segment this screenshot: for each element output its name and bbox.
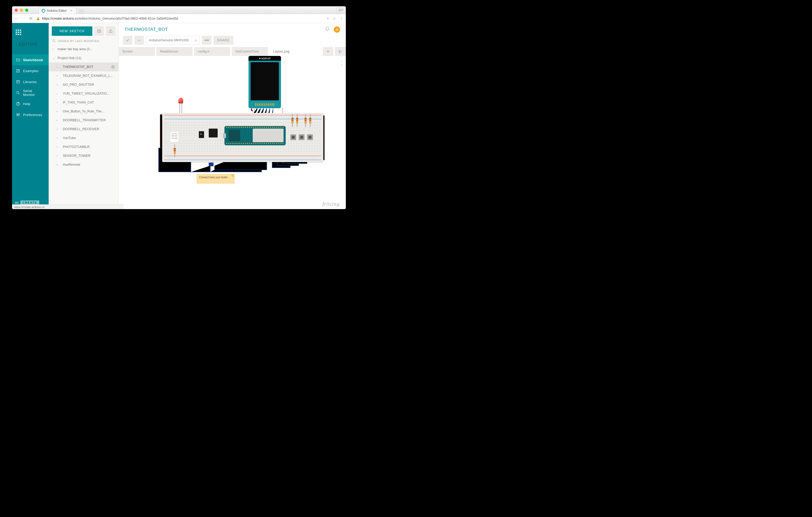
file-icon: ▪ bbox=[57, 83, 60, 87]
svg-point-16 bbox=[53, 40, 55, 42]
tab-title: Arduino Editor bbox=[47, 9, 67, 12]
nav-sketchbook[interactable]: Sketchbook bbox=[12, 54, 49, 65]
board-selector[interactable]: Arduino/Genuino MKR1000 ▾ bbox=[146, 36, 200, 45]
nav-libraries[interactable]: Libraries bbox=[12, 76, 49, 87]
maximize-window-icon[interactable] bbox=[25, 9, 28, 12]
browser-tab[interactable]: Arduino Editor × bbox=[39, 7, 77, 14]
svg-point-19 bbox=[339, 51, 340, 51]
tab-layout[interactable]: Layout.png bbox=[269, 47, 306, 56]
help-icon bbox=[16, 102, 21, 106]
sketch-go-pro-shutter[interactable]: ▪GO_PRO_SHUTTER bbox=[49, 80, 118, 89]
search-icon bbox=[52, 39, 56, 42]
browser-window: Arduino Editor × ← → ⟳ 🔒 https://create.… bbox=[12, 6, 346, 209]
sketch-hueremote[interactable]: ▪ HueRemote bbox=[49, 160, 118, 169]
file-icon: ▪ bbox=[57, 154, 60, 158]
sketch-telegram-bot[interactable]: ▪TELEGRAM_BOT_EXAMPLE_L… bbox=[49, 71, 118, 80]
svg-point-6 bbox=[17, 91, 19, 94]
display-screen bbox=[251, 62, 279, 100]
tab-config[interactable]: config.h bbox=[194, 47, 230, 56]
fritzing-watermark: fritzing bbox=[322, 201, 340, 207]
browser-status-bar: https://create.arduino.cc bbox=[12, 204, 123, 209]
reload-icon[interactable]: ⟳ bbox=[29, 17, 32, 21]
editor-title: ›EDITOR bbox=[16, 42, 45, 47]
adafruit-display: ★adafruit! bbox=[249, 56, 281, 108]
order-by-row[interactable]: ORDER BY LAST MODIFIED bbox=[49, 39, 118, 45]
sketch-one-button[interactable]: ▪One_Button_To_Rule_The… bbox=[49, 107, 118, 116]
svg-point-14 bbox=[18, 115, 19, 116]
export-button[interactable] bbox=[106, 26, 115, 36]
sketch-doorbell-tx[interactable]: ▪DOORBELL_TRANSMITTER bbox=[49, 116, 118, 125]
list-icon bbox=[339, 50, 342, 53]
nav-preferences[interactable]: Preferences bbox=[12, 109, 49, 120]
browser-tabstrip: Arduino Editor × bbox=[39, 6, 84, 14]
nav-help[interactable]: Help bbox=[12, 98, 49, 109]
window-controls[interactable] bbox=[14, 9, 28, 12]
tab-list-button[interactable] bbox=[335, 47, 346, 56]
tab-screen[interactable]: Screen bbox=[119, 47, 155, 56]
new-sketch-button[interactable]: NEW SKETCH bbox=[52, 26, 92, 36]
more-actions-button[interactable]: ••• bbox=[202, 36, 211, 45]
dht-sensor bbox=[170, 131, 179, 142]
close-window-icon[interactable] bbox=[14, 9, 18, 12]
app-nav: ›EDITOR Sketchbook Examples Libraries S bbox=[12, 23, 49, 209]
folder-maker-fair[interactable]: › maker fair bay area (3… bbox=[49, 45, 118, 54]
file-icon: ▪ bbox=[57, 74, 60, 78]
minimize-window-icon[interactable] bbox=[20, 9, 23, 12]
svg-point-15 bbox=[19, 114, 20, 114]
tab-getcurrenttime[interactable]: GetCurrentTime bbox=[232, 47, 268, 56]
arduino-editor-app: ›EDITOR Sketchbook Examples Libraries S bbox=[12, 23, 346, 209]
layout-canvas[interactable]: ⤢⤡ bbox=[119, 56, 346, 209]
forward-icon[interactable]: → bbox=[22, 17, 26, 21]
display-header: ★adafruit! bbox=[249, 56, 281, 61]
verify-button[interactable]: ✓ bbox=[123, 36, 133, 45]
sketch-yun-tweet[interactable]: ▪YUN_TWEET_VISUALIZATIO… bbox=[49, 89, 118, 98]
back-icon[interactable]: ← bbox=[14, 17, 18, 21]
push-button-1 bbox=[290, 134, 296, 140]
file-icon: ▪ bbox=[57, 118, 60, 122]
list-icon bbox=[16, 69, 21, 73]
upload-button[interactable]: → bbox=[135, 36, 144, 45]
share-button[interactable]: SHARE bbox=[213, 36, 233, 45]
svg-point-21 bbox=[339, 52, 340, 53]
sketch-photo2tumblr[interactable]: ▪PHOTO2TUMBLR bbox=[49, 143, 118, 151]
tab-readsensor[interactable]: ReadSensor bbox=[156, 47, 193, 56]
editor-main: THERMOSTAT_BOT ✓ → Arduino/Genuino MKR10… bbox=[119, 23, 346, 209]
push-button-2 bbox=[299, 134, 304, 140]
address-bar[interactable]: 🔒 https://create.arduino.cc/editor/Ardui… bbox=[36, 17, 323, 20]
notifications-icon[interactable] bbox=[325, 26, 330, 33]
file-icon: ▪ bbox=[57, 127, 60, 131]
item-menu-icon[interactable]: ⋯ bbox=[111, 65, 115, 69]
chrome-menu-icon[interactable]: ⋮ bbox=[340, 17, 343, 21]
file-icon: ▪ bbox=[57, 65, 60, 69]
page-action-icon[interactable]: ⌖ bbox=[327, 17, 329, 21]
bookmark-icon[interactable]: ☆ bbox=[332, 17, 336, 21]
sketch-sensor-tower[interactable]: ▪SENSOR_TOWER bbox=[49, 151, 118, 160]
nav-serial-monitor[interactable]: Serial Monitor bbox=[12, 87, 49, 98]
chevron-right-icon: › bbox=[52, 47, 55, 51]
sketch-yuntube[interactable]: ▪YunTube bbox=[49, 133, 118, 143]
fullscreen-icon[interactable]: ⤢⤡ bbox=[340, 59, 343, 67]
relay-module bbox=[209, 162, 213, 166]
sketch-if-this-than-cat[interactable]: ▪IF_THIS_THAN_CAT bbox=[49, 98, 118, 107]
tab-close-icon[interactable]: × bbox=[70, 9, 72, 12]
app-switcher-icon[interactable] bbox=[16, 30, 21, 35]
close-panel-icon[interactable]: × bbox=[341, 7, 343, 12]
sketchbook-tree: › maker fair bay area (3… ⌄ Project Hub … bbox=[49, 45, 118, 209]
new-tab-button[interactable] bbox=[79, 9, 84, 14]
nav-examples[interactable]: Examples bbox=[12, 65, 49, 76]
svg-line-17 bbox=[55, 41, 55, 42]
folder-project-hub[interactable]: ⌄ Project Hub (11) bbox=[49, 54, 118, 62]
fritzing-schematic: ★adafruit! bbox=[136, 56, 326, 194]
magnifier-icon bbox=[16, 91, 21, 95]
resistor bbox=[296, 117, 298, 124]
sketch-doorbell-rx[interactable]: ▪DOORBELL_RECEIVER bbox=[49, 125, 118, 133]
import-button[interactable] bbox=[94, 26, 104, 36]
sketch-toolbar: ✓ → Arduino/Genuino MKR1000 ▾ ••• SHARE bbox=[119, 36, 346, 47]
file-icon: ▪ bbox=[57, 163, 60, 166]
file-icon: ▪ bbox=[57, 101, 60, 104]
user-avatar[interactable] bbox=[334, 26, 340, 33]
sticky-note: Connect here your boiler bbox=[197, 174, 234, 183]
sketch-thermostat-bot[interactable]: ▪ THERMOSTAT_BOT ⋯ bbox=[49, 62, 118, 71]
project-title: THERMOSTAT_BOT bbox=[124, 27, 168, 32]
tab-overflow-button[interactable]: ▾ bbox=[323, 47, 333, 56]
